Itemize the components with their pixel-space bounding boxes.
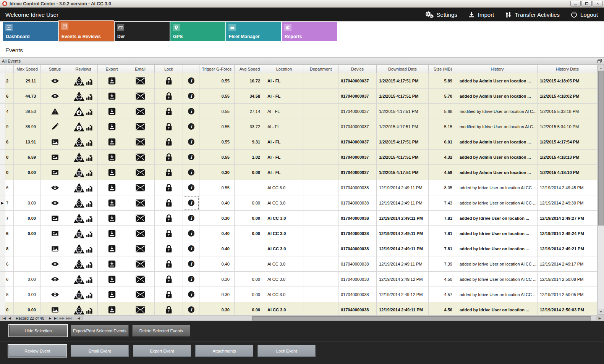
- export-button[interactable]: [98, 241, 126, 256]
- export-button[interactable]: [98, 165, 126, 180]
- email-button[interactable]: [126, 119, 155, 134]
- table-row[interactable]: 60.000.400.00Al CC 3.001704000003812/19/…: [0, 226, 598, 241]
- info-button[interactable]: [183, 241, 199, 256]
- export-button[interactable]: [98, 104, 126, 119]
- column-header-lock[interactable]: Lock: [155, 65, 183, 73]
- vertical-scroll-track[interactable]: [598, 71, 604, 309]
- table-row[interactable]: 613.910.559.31Al - FL0170400000371/2/201…: [0, 134, 598, 150]
- email-button[interactable]: [126, 256, 155, 271]
- info-button[interactable]: [183, 272, 199, 287]
- export-button[interactable]: [98, 302, 126, 315]
- tab-reports[interactable]: Reports: [282, 22, 337, 41]
- lock-button[interactable]: [155, 211, 183, 225]
- email-button[interactable]: [126, 165, 155, 180]
- table-row[interactable]: 00.000.300.00Al CC 3.001704000003812/19/…: [0, 302, 598, 315]
- table-row[interactable]: 439.5340.5527.14Al - FL0170400000371/2/2…: [0, 104, 598, 119]
- export-button[interactable]: [98, 134, 126, 149]
- table-row[interactable]: 938.9920.5533.72Al - FL0170400000371/2/2…: [0, 119, 598, 134]
- column-header-trigger-g-force[interactable]: Trigger G-Force: [199, 65, 235, 73]
- lock-button[interactable]: [155, 226, 183, 241]
- email-button[interactable]: [126, 211, 155, 225]
- lock-button[interactable]: [155, 89, 183, 103]
- import-button[interactable]: Import: [468, 11, 494, 18]
- email-button[interactable]: [126, 89, 155, 103]
- info-button[interactable]: [183, 104, 199, 119]
- restore-panel-icon[interactable]: [597, 59, 602, 64]
- export-button[interactable]: [98, 211, 126, 225]
- column-header-email[interactable]: Email: [126, 65, 155, 73]
- export-button[interactable]: [98, 73, 126, 88]
- close-button[interactable]: ×: [593, 1, 603, 6]
- review-event-button[interactable]: Review Event: [8, 345, 66, 357]
- export-button[interactable]: [98, 272, 126, 287]
- column-header-location[interactable]: Location: [265, 65, 303, 73]
- horizontal-scroll-thumb[interactable]: [252, 316, 591, 321]
- export-button[interactable]: [98, 287, 126, 302]
- column-header-export[interactable]: Export: [98, 65, 126, 73]
- lock-button[interactable]: [155, 150, 183, 164]
- column-header-device[interactable]: Device: [338, 65, 377, 73]
- column-header-max-speed[interactable]: Max Speed: [14, 65, 41, 73]
- info-button[interactable]: [183, 165, 199, 180]
- next-record-button[interactable]: ▶: [47, 316, 53, 320]
- column-header-status[interactable]: Status: [41, 65, 69, 73]
- info-button[interactable]: [183, 211, 199, 225]
- tab-dashboard[interactable]: Dashboard: [3, 22, 58, 41]
- info-button[interactable]: [183, 150, 199, 164]
- tab-gps[interactable]: GPS: [170, 22, 225, 41]
- lock-button[interactable]: [155, 302, 183, 315]
- email-button[interactable]: [126, 73, 155, 88]
- maximize-button[interactable]: [581, 1, 592, 6]
- info-button[interactable]: [183, 302, 199, 315]
- table-row[interactable]: 00.000.300.00Al - FL0170400000371/2/2015…: [0, 165, 598, 180]
- tab-dvr[interactable]: Dvr: [115, 22, 170, 41]
- export-button[interactable]: [98, 256, 126, 271]
- attachments-button[interactable]: Attachments: [195, 345, 253, 357]
- info-button[interactable]: [183, 73, 199, 88]
- tab-fleet-manager[interactable]: Fleet Manager: [226, 22, 281, 41]
- table-row[interactable]: 60.55Al CC 3.001704000003812/19/2014 2:4…: [0, 180, 598, 195]
- lock-button[interactable]: [155, 104, 183, 119]
- column-header-history[interactable]: History: [457, 65, 538, 73]
- lock-event-button[interactable]: Lock Event: [257, 345, 316, 357]
- export-button[interactable]: [98, 150, 126, 164]
- email-button[interactable]: [126, 272, 155, 287]
- export-button[interactable]: [98, 226, 126, 241]
- table-row[interactable]: 80.000.300.00Al CC 3.001704000003812/19/…: [0, 287, 598, 302]
- email-button[interactable]: [126, 180, 155, 195]
- info-button[interactable]: [183, 195, 199, 210]
- info-button[interactable]: [183, 287, 199, 302]
- table-row[interactable]: 80.40Al CC 3.001704000003812/19/2014 2:4…: [0, 241, 598, 256]
- export-print-selected-events-button[interactable]: Export/Print Selected Events: [71, 325, 129, 337]
- lock-button[interactable]: [155, 195, 183, 210]
- email-button[interactable]: [126, 287, 155, 302]
- export-button[interactable]: [98, 180, 126, 195]
- lock-button[interactable]: [155, 272, 183, 287]
- logout-button[interactable]: Logout: [570, 11, 598, 18]
- vertical-scroll-thumb[interactable]: [598, 71, 604, 225]
- column-header-reviews[interactable]: Reviews: [69, 65, 98, 73]
- minimize-button[interactable]: [570, 1, 581, 6]
- email-event-button[interactable]: Email Event: [71, 345, 129, 357]
- email-button[interactable]: [126, 241, 155, 256]
- info-button[interactable]: [183, 256, 199, 271]
- scroll-down-button[interactable]: ▼: [598, 309, 604, 315]
- info-button[interactable]: [183, 226, 199, 241]
- last-page-button[interactable]: ▶▶|: [65, 316, 73, 320]
- export-button[interactable]: [98, 119, 126, 134]
- lock-button[interactable]: [155, 165, 183, 180]
- email-button[interactable]: [126, 226, 155, 241]
- lock-button[interactable]: [155, 73, 183, 88]
- column-header-size-mb[interactable]: Size (MB): [429, 65, 457, 73]
- column-header-download-date[interactable]: Download Date: [377, 65, 429, 73]
- info-button[interactable]: [183, 119, 199, 134]
- table-row[interactable]: 70.000.300.00Al CC 3.001704000003812/19/…: [0, 211, 598, 226]
- lock-button[interactable]: [155, 119, 183, 134]
- delete-selected-events-button[interactable]: Delete Selected Events: [132, 325, 190, 337]
- table-row[interactable]: 60.40Al CC 3.001704000003812/19/2014 2:4…: [0, 256, 598, 272]
- table-row[interactable]: 644.730.5534.58Al - FL0170400000371/2/20…: [0, 89, 598, 104]
- last-record-button[interactable]: ▶|: [53, 316, 59, 320]
- table-row[interactable]: 06.590.551.02Al - FL0170400000371/2/2015…: [0, 150, 598, 165]
- scroll-up-button[interactable]: ▲: [598, 65, 604, 71]
- hide-selection-button[interactable]: Hide Selection: [9, 325, 67, 337]
